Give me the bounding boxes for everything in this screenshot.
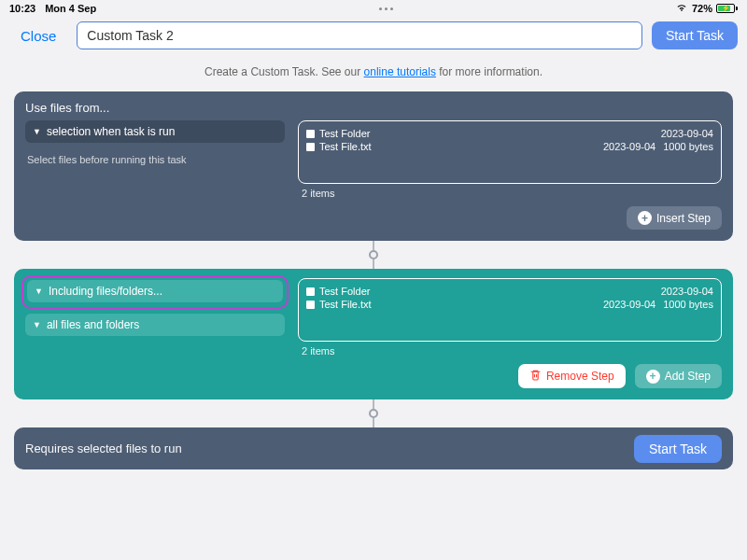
list-item[interactable]: Test Folder 2023-09-04 [306, 285, 713, 298]
list-item[interactable]: Test File.txt 2023-09-041000 bytes [306, 298, 713, 311]
file-icon [306, 301, 315, 309]
file-icon [306, 143, 315, 151]
connector [0, 241, 747, 269]
connector [0, 399, 747, 427]
list-item[interactable]: Test Folder 2023-09-04 [306, 127, 713, 140]
battery-icon: ⚡ [716, 4, 738, 13]
footer-bar: Requires selected files to run Start Tas… [14, 427, 733, 469]
hint-text: Select files before running this task [25, 154, 285, 165]
step-title: Use files from... [25, 101, 722, 115]
status-bar: 10:23 Mon 4 Sep 72% ⚡ [0, 0, 747, 17]
list-item[interactable]: Test File.txt 2023-09-041000 bytes [306, 140, 713, 153]
chevron-down-icon: ▼ [33, 127, 41, 136]
source-selector[interactable]: ▼ selection when task is run [25, 120, 285, 143]
including-selector[interactable]: ▼ Including files/folders... [27, 280, 283, 302]
trash-icon [529, 369, 542, 384]
task-name-input[interactable] [77, 21, 642, 49]
file-list: Test Folder 2023-09-04 Test File.txt 202… [298, 278, 722, 342]
file-list: Test Folder 2023-09-04 Test File.txt 202… [298, 120, 722, 184]
status-time: 10:23 [9, 3, 35, 14]
battery-percent: 72% [692, 3, 712, 14]
plus-circle-icon: + [638, 211, 652, 225]
step-use-files: Use files from... ▼ selection when task … [14, 91, 733, 241]
status-date: Mon 4 Sep [45, 3, 96, 14]
start-task-button-bottom[interactable]: Start Task [634, 435, 722, 463]
highlight-ring: ▼ Including files/folders... [21, 275, 289, 309]
wifi-icon [675, 3, 688, 14]
start-task-button-top[interactable]: Start Task [652, 21, 738, 49]
folder-icon [306, 130, 315, 138]
requires-text: Requires selected files to run [25, 441, 182, 455]
connector-node-icon [369, 409, 378, 418]
plus-circle-icon: + [646, 370, 660, 384]
item-count: 2 items [298, 188, 722, 199]
insert-step-button[interactable]: + Insert Step [627, 206, 722, 230]
item-count: 2 items [298, 345, 722, 357]
toolbar: Close Start Task [0, 17, 747, 54]
connector-node-icon [369, 250, 378, 259]
step-including-files: ▼ Including files/folders... ▼ all files… [14, 269, 733, 399]
folder-icon [306, 287, 315, 296]
filter-selector[interactable]: ▼ all files and folders [25, 314, 285, 336]
chevron-down-icon: ▼ [35, 287, 43, 296]
add-step-button[interactable]: + Add Step [635, 364, 722, 388]
close-button[interactable]: Close [9, 22, 67, 49]
info-text: Create a Custom Task. See our online tut… [0, 54, 747, 91]
remove-step-button[interactable]: Remove Step [518, 364, 626, 388]
chevron-down-icon: ▼ [33, 320, 41, 329]
home-indicator-icon [379, 7, 393, 10]
tutorials-link[interactable]: online tutorials [364, 65, 436, 78]
